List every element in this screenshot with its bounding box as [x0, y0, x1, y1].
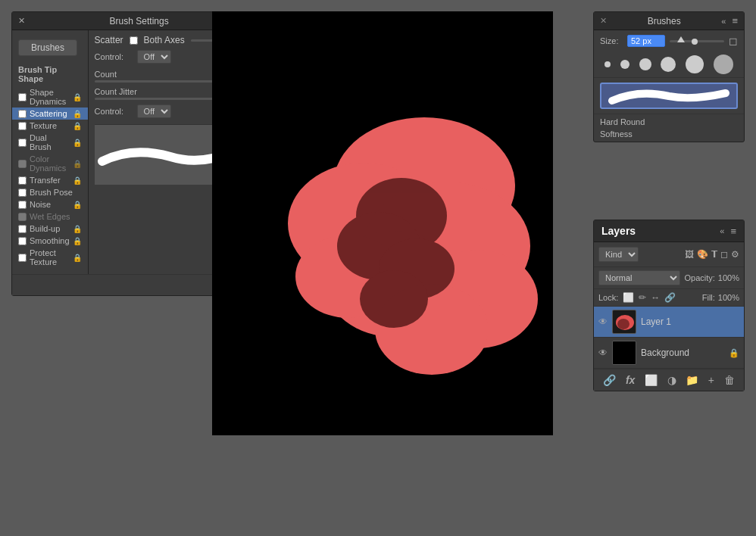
option-scattering[interactable]: Scattering 🔒 — [12, 108, 88, 120]
scattering-checkbox[interactable] — [18, 110, 27, 118]
brushes-panel-titlebar: ✕ Brushes « ≡ — [594, 12, 744, 30]
layers-new-button[interactable]: + — [708, 374, 714, 386]
size-input[interactable]: 52 px — [627, 35, 665, 47]
lock-paint-btn[interactable]: ✏ — [639, 292, 646, 303]
preset-circle-2[interactable] — [620, 60, 629, 69]
transfer-lock: 🔒 — [73, 176, 82, 185]
shape-dynamics-checkbox[interactable] — [18, 93, 27, 101]
background-visibility-icon[interactable]: 👁 — [598, 347, 608, 358]
option-noise[interactable]: Noise 🔒 — [12, 198, 88, 210]
scatter-control-select[interactable]: Off — [137, 50, 171, 64]
size-label: Size: — [600, 36, 623, 45]
layer-item-background[interactable]: 👁 Background 🔒 — [594, 338, 744, 369]
option-wet-edges[interactable]: Wet Edges — [12, 210, 88, 223]
preset-circle-4[interactable] — [661, 57, 676, 72]
lock-transparency-btn[interactable]: ⬜ — [623, 292, 634, 303]
noise-label: Noise — [30, 200, 51, 209]
layers-adjustment-button[interactable]: ◑ — [667, 374, 676, 386]
brush-tip-shape-section: Brush Tip Shape — [12, 62, 88, 86]
brushes-button[interactable]: Brushes — [18, 39, 77, 56]
hardness-icon[interactable]: ◻ — [729, 35, 738, 47]
preset-circle-3[interactable] — [639, 58, 651, 70]
svg-rect-15 — [613, 341, 636, 365]
both-axes-label: Both Axes — [144, 35, 185, 45]
scattering-lock: 🔒 — [73, 110, 82, 118]
lock-label: Lock: — [598, 293, 618, 302]
color-dynamics-checkbox[interactable] — [18, 160, 27, 168]
brushes-collapse-icon[interactable]: « — [721, 17, 726, 26]
shape-dynamics-label: Shape Dynamics — [30, 88, 70, 106]
fill-row: Fill: 100% — [702, 293, 739, 302]
layer1-visibility-icon[interactable]: 👁 — [598, 316, 608, 327]
lock-move-btn[interactable]: ↔ — [651, 292, 660, 303]
size-slider[interactable] — [670, 40, 724, 42]
layers-delete-button[interactable]: 🗑 — [724, 374, 735, 386]
layers-menu-icon[interactable]: ≡ — [730, 226, 736, 237]
layers-text-filter[interactable]: 𝗧 — [711, 249, 717, 260]
background-name: Background — [641, 347, 689, 358]
option-smoothing[interactable]: Smoothing 🔒 — [12, 235, 88, 247]
noise-checkbox[interactable] — [18, 201, 27, 209]
layers-panel-titlebar: Layers « ≡ — [594, 220, 744, 242]
brushes-close-icon[interactable]: ✕ — [600, 16, 607, 26]
layers-group-button[interactable]: 📁 — [686, 374, 698, 386]
layers-smart-filter[interactable]: ⚙ — [731, 249, 739, 260]
transfer-label: Transfer — [30, 176, 61, 185]
option-transfer[interactable]: Transfer 🔒 — [12, 174, 88, 186]
lock-artboard-btn[interactable]: 🔗 — [664, 292, 676, 303]
option-dual-brush[interactable]: Dual Brush 🔒 — [12, 132, 88, 153]
smoothing-lock: 🔒 — [73, 237, 82, 245]
opacity-value[interactable]: 100% — [718, 273, 739, 282]
blend-mode-select[interactable]: Normal — [598, 270, 680, 285]
brushes-panel-title: Brushes — [648, 16, 681, 26]
layers-link-button[interactable]: 🔗 — [603, 374, 616, 386]
preset-circle-6[interactable] — [714, 55, 733, 74]
layers-panel: Layers « ≡ Kind 🖼 🎨 𝗧 ◻ ⚙ Normal Opacity… — [593, 220, 745, 391]
dual-brush-checkbox[interactable] — [18, 139, 27, 147]
texture-checkbox[interactable] — [18, 122, 27, 130]
layers-shape-filter[interactable]: ◻ — [720, 249, 728, 260]
canvas-area[interactable] — [212, 11, 553, 435]
layer-item-1[interactable]: 👁 Layer 1 — [594, 307, 744, 338]
smoothing-checkbox[interactable] — [18, 237, 27, 245]
option-shape-dynamics[interactable]: Shape Dynamics 🔒 — [12, 86, 88, 108]
layers-adjustment-filter[interactable]: 🎨 — [697, 249, 708, 260]
brush-name-row: Hard Round — [594, 114, 744, 129]
layers-fx-button[interactable]: fx — [626, 374, 635, 386]
preset-circle-1[interactable] — [604, 61, 611, 67]
selected-brush-stroke[interactable] — [600, 83, 738, 109]
brush-pose-checkbox[interactable] — [18, 189, 27, 197]
size-slider-thumb[interactable] — [692, 39, 698, 45]
layer1-thumb-svg — [613, 310, 636, 334]
option-protect-texture[interactable]: Protect Texture 🔒 — [12, 247, 88, 268]
build-up-checkbox[interactable] — [18, 225, 27, 233]
protect-texture-checkbox[interactable] — [18, 254, 27, 262]
build-up-label: Build-up — [30, 224, 60, 233]
option-color-dynamics[interactable]: Color Dynamics 🔒 — [12, 153, 88, 174]
transfer-checkbox[interactable] — [18, 176, 27, 185]
fill-label: Fill: — [702, 293, 715, 302]
brush-pose-label: Brush Pose — [30, 188, 73, 197]
count-control-label: Control: — [95, 107, 133, 116]
option-brush-pose[interactable]: Brush Pose — [12, 186, 88, 198]
layers-search-row: Kind 🖼 🎨 𝗧 ◻ ⚙ — [594, 242, 744, 267]
both-axes-checkbox[interactable] — [130, 36, 138, 45]
smoothing-label: Smoothing — [30, 236, 70, 245]
brushes-menu-icon[interactable]: ≡ — [732, 15, 738, 26]
option-build-up[interactable]: Build-up 🔒 — [12, 223, 88, 235]
svg-point-14 — [617, 319, 629, 329]
close-icon[interactable]: ✕ — [18, 16, 25, 26]
option-texture[interactable]: Texture 🔒 — [12, 120, 88, 132]
layers-pixel-filter[interactable]: 🖼 — [685, 249, 694, 260]
layer1-thumbnail — [612, 310, 636, 334]
brush-stroke-row — [594, 78, 744, 114]
layers-kind-select[interactable]: Kind — [598, 247, 639, 262]
protect-texture-label: Protect Texture — [30, 248, 70, 266]
fill-value[interactable]: 100% — [718, 293, 739, 302]
layers-mask-button[interactable]: ⬜ — [645, 374, 658, 386]
count-control-select[interactable]: Off — [137, 104, 171, 118]
layers-collapse-icon[interactable]: « — [720, 226, 724, 235]
scatter-label: Scatter — [95, 35, 123, 45]
preset-circle-5[interactable] — [686, 55, 704, 73]
wet-edges-checkbox[interactable] — [18, 213, 27, 221]
